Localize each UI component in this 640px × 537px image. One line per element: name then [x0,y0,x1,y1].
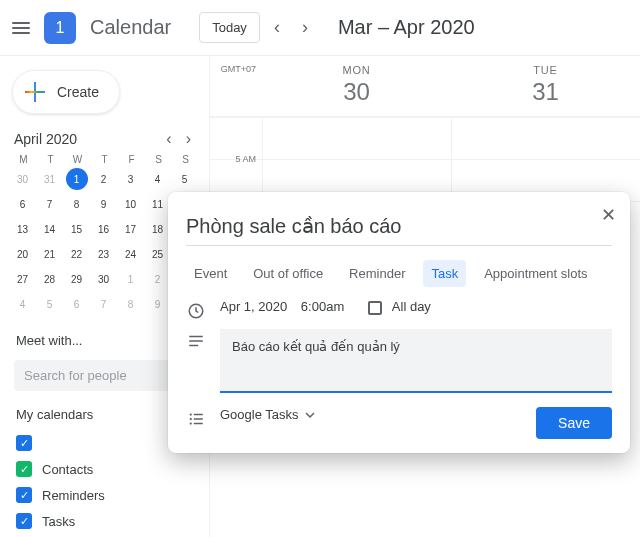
today-button[interactable]: Today [199,12,260,43]
mini-day[interactable]: 10 [120,193,142,215]
svg-point-4 [190,413,192,415]
chevron-down-icon [305,410,315,420]
calendar-checkbox[interactable]: ✓ [16,487,32,503]
datetime-row[interactable]: Apr 1, 2020 6:00am All day [220,299,451,315]
tab-appointment-slots[interactable]: Appointment slots [476,260,595,287]
tab-reminder[interactable]: Reminder [341,260,413,287]
mini-day[interactable]: 14 [39,218,61,240]
main-menu-icon[interactable] [12,22,30,34]
mini-day[interactable]: 25 [147,243,169,265]
description-input[interactable] [220,329,612,393]
date-range: Mar – Apr 2020 [338,16,475,39]
tab-out-of-office[interactable]: Out of office [245,260,331,287]
calendar-list-item[interactable]: ✓Tasks [4,508,205,534]
hour-label: 5 AM [210,154,262,195]
mini-day[interactable]: 16 [93,218,115,240]
create-label: Create [57,84,99,100]
mini-day[interactable]: 1 [66,168,88,190]
mini-day[interactable]: 15 [66,218,88,240]
calendar-label: Tasks [42,514,75,529]
mini-day[interactable]: 13 [12,218,34,240]
mini-day[interactable]: 31 [39,168,61,190]
calendar-list-item[interactable]: ✓Contacts [4,456,205,482]
svg-point-6 [190,422,192,424]
mini-day[interactable]: 23 [93,243,115,265]
close-icon[interactable]: ✕ [601,204,616,226]
mini-day[interactable]: 27 [12,268,34,290]
mini-day[interactable]: 8 [120,293,142,315]
calendar-logo: 1 [44,12,76,44]
mini-day[interactable]: 21 [39,243,61,265]
tab-task[interactable]: Task [423,260,466,287]
event-type-tabs: Event Out of office Reminder Task Appoin… [186,260,612,287]
hour-row[interactable] [210,117,640,159]
mini-day[interactable]: 30 [93,268,115,290]
timezone-label: GMT+07 [210,56,262,116]
next-period-button[interactable]: › [294,13,316,42]
weekday-header: M [12,154,36,165]
weekday-label: TUE [451,64,640,76]
calendar-label: Contacts [42,462,93,477]
allday-checkbox[interactable] [368,301,382,315]
mini-day[interactable]: 4 [147,168,169,190]
calendar-list-item[interactable]: ✓Reminders [4,482,205,508]
hour-label [210,112,262,153]
mini-day[interactable]: 17 [120,218,142,240]
event-title-input[interactable] [186,206,612,246]
day-column-header[interactable]: TUE 31 [451,56,640,116]
mini-day[interactable]: 9 [147,293,169,315]
calendar-checkbox[interactable]: ✓ [16,513,32,529]
calendar-label: Reminders [42,488,105,503]
mini-prev-month[interactable]: ‹ [162,130,175,148]
svg-rect-1 [189,336,203,338]
svg-point-5 [190,418,192,420]
time-value[interactable]: 6:00am [301,299,344,314]
weekday-header: W [66,154,90,165]
mini-day[interactable]: 4 [12,293,34,315]
mini-day[interactable]: 20 [12,243,34,265]
task-list-select[interactable]: Google Tasks [220,407,315,422]
mini-day[interactable]: 22 [66,243,88,265]
mini-day[interactable]: 5 [174,168,196,190]
mini-day[interactable]: 1 [120,268,142,290]
mini-day[interactable]: 11 [147,193,169,215]
description-icon [186,331,206,351]
mini-day[interactable]: 30 [12,168,34,190]
mini-day[interactable]: 8 [66,193,88,215]
task-list-value: Google Tasks [220,407,299,422]
prev-period-button[interactable]: ‹ [266,13,288,42]
svg-rect-7 [194,414,203,416]
calendar-checkbox[interactable]: ✓ [16,461,32,477]
mini-day[interactable]: 3 [120,168,142,190]
day-number: 31 [451,78,640,106]
day-column-header[interactable]: MON 30 [262,56,451,116]
svg-rect-8 [194,418,203,420]
mini-day[interactable]: 28 [39,268,61,290]
weekday-header: S [174,154,198,165]
create-button[interactable]: Create [12,70,120,114]
list-icon [186,409,206,429]
mini-next-month[interactable]: › [182,130,195,148]
mini-day[interactable]: 18 [147,218,169,240]
mini-day[interactable]: 6 [66,293,88,315]
mini-day[interactable]: 24 [120,243,142,265]
mini-day[interactable]: 9 [93,193,115,215]
mini-day[interactable]: 6 [12,193,34,215]
tab-event[interactable]: Event [186,260,235,287]
weekday-label: MON [262,64,451,76]
mini-day[interactable]: 2 [93,168,115,190]
mini-day[interactable]: 5 [39,293,61,315]
calendar-checkbox[interactable]: ✓ [16,435,32,451]
save-button[interactable]: Save [536,407,612,439]
mini-day[interactable]: 2 [147,268,169,290]
mini-day[interactable]: 7 [39,193,61,215]
date-value[interactable]: Apr 1, 2020 [220,299,287,314]
clock-icon [186,301,206,321]
weekday-header: S [147,154,171,165]
svg-rect-3 [189,345,198,347]
app-title: Calendar [90,16,171,39]
mini-day[interactable]: 29 [66,268,88,290]
plus-icon [23,80,47,104]
event-editor-dialog: ✕ Event Out of office Reminder Task Appo… [168,192,630,453]
mini-day[interactable]: 7 [93,293,115,315]
